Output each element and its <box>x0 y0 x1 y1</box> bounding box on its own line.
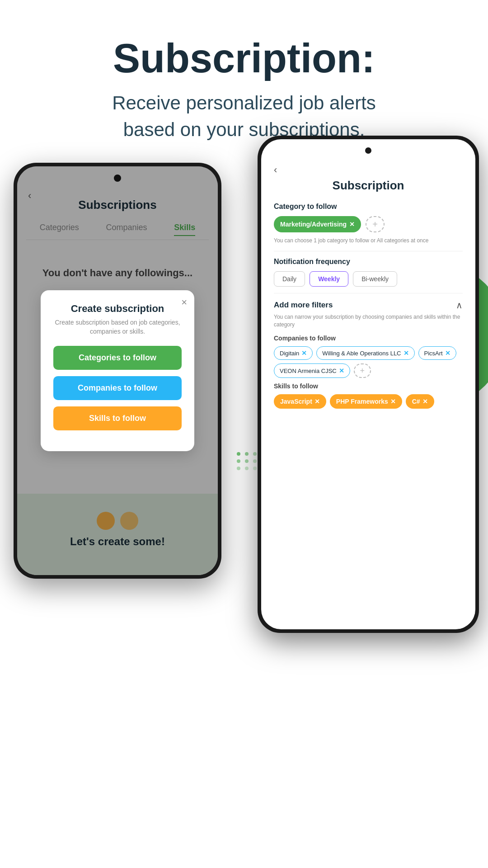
veon-remove-icon[interactable]: ✕ <box>339 367 344 374</box>
modal-close-button[interactable]: × <box>181 297 187 308</box>
modal-title: Create subscription <box>53 303 182 315</box>
page-title: Subscription: <box>27 36 461 81</box>
daily-button[interactable]: Daily <box>274 271 305 287</box>
page-subtitle: Receive personalized job alertsbased on … <box>27 90 461 143</box>
willing-able-label: Willing & Able Operations LLC <box>322 350 401 357</box>
create-subscription-modal: × Create subscription Create subscriptio… <box>41 290 194 451</box>
veon-label: VEON Armenia CJSC <box>280 368 337 374</box>
csharp-label: C# <box>412 398 420 405</box>
javascript-remove-icon[interactable]: ✕ <box>314 398 320 405</box>
skills-to-follow-label: Skills to follow <box>274 382 463 390</box>
right-phone-title: Subscription <box>274 179 463 193</box>
divider-1 <box>274 251 463 251</box>
skills-to-follow-button[interactable]: Skills to follow <box>53 406 182 430</box>
categories-to-follow-button[interactable]: Categories to follow <box>53 346 182 370</box>
category-chips: Marketing/Advertising ✕ + <box>274 216 463 232</box>
biweekly-button[interactable]: Bi-weekly <box>353 271 397 287</box>
phone-notch-right <box>365 147 371 154</box>
digitain-chip[interactable]: Digitain ✕ <box>274 346 313 360</box>
filters-label: Add more filters <box>274 301 333 310</box>
notification-frequency-label: Notification frequency <box>274 258 463 266</box>
modal-description: Create subscription based on job categor… <box>53 318 182 336</box>
marketing-advertising-chip[interactable]: Marketing/Advertising ✕ <box>274 216 361 232</box>
picsart-label: PicsArt <box>424 350 443 357</box>
companies-to-follow-label: Companies to follow <box>274 335 463 342</box>
chip-remove-icon[interactable]: ✕ <box>349 221 355 228</box>
php-frameworks-chip[interactable]: PHP Frameworks ✕ <box>330 394 402 409</box>
php-frameworks-remove-icon[interactable]: ✕ <box>390 398 396 405</box>
willing-able-remove-icon[interactable]: ✕ <box>404 349 409 357</box>
add-category-chip[interactable]: + <box>366 216 385 232</box>
csharp-remove-icon[interactable]: ✕ <box>422 398 428 405</box>
modal-overlay: × Create subscription Create subscriptio… <box>17 166 218 575</box>
company-chips: Digitain ✕ Willing & Able Operations LLC… <box>274 346 463 378</box>
phone-left: ‹ Subscriptions Categories Companies Ski… <box>14 163 221 579</box>
divider-2 <box>274 293 463 293</box>
csharp-chip[interactable]: C# ✕ <box>406 394 434 409</box>
picsart-chip[interactable]: PicsArt ✕ <box>418 346 456 360</box>
digitain-remove-icon[interactable]: ✕ <box>301 349 307 357</box>
companies-to-follow-button[interactable]: Companies to follow <box>53 376 182 400</box>
phone-right: ‹ Subscription Category to follow Market… <box>258 136 479 633</box>
filters-header: Add more filters ∧ <box>274 300 463 311</box>
category-section-label: Category to follow <box>274 203 463 211</box>
digitain-label: Digitain <box>280 350 299 357</box>
filters-chevron-icon[interactable]: ∧ <box>456 300 463 311</box>
willing-able-chip[interactable]: Willing & Able Operations LLC ✕ <box>316 346 414 360</box>
javascript-label: JavaScript <box>280 398 312 405</box>
picsart-remove-icon[interactable]: ✕ <box>445 349 450 357</box>
back-button-right[interactable]: ‹ <box>274 164 463 176</box>
weekly-button[interactable]: Weekly <box>310 271 348 287</box>
skill-chips: JavaScript ✕ PHP Frameworks ✕ C# ✕ <box>274 394 463 409</box>
frequency-options: Daily Weekly Bi-weekly <box>274 271 463 287</box>
filters-description: You can narrow your subscription by choo… <box>274 313 463 329</box>
add-company-chip[interactable]: + <box>354 363 371 378</box>
php-frameworks-label: PHP Frameworks <box>336 398 388 405</box>
chip-label: Marketing/Advertising <box>280 221 347 228</box>
category-helper-text: You can choose 1 job category to follow … <box>274 237 463 245</box>
veon-chip[interactable]: VEON Armenia CJSC ✕ <box>274 363 350 378</box>
dots-decoration <box>237 452 258 470</box>
phones-container: ‹ Subscriptions Categories Companies Ski… <box>0 136 488 868</box>
javascript-chip[interactable]: JavaScript ✕ <box>274 394 326 409</box>
